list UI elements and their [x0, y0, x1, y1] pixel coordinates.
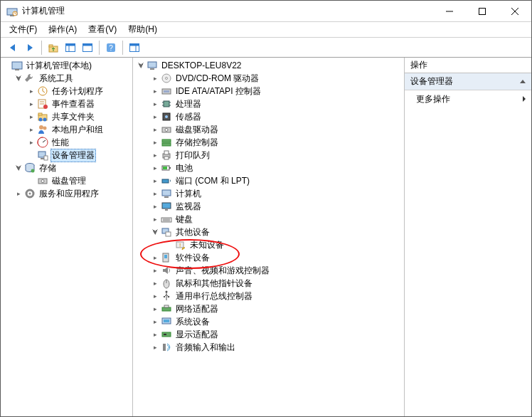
svg-rect-19	[12, 62, 22, 69]
back-button[interactable]	[5, 40, 21, 56]
tree-label: 打印队列	[174, 149, 211, 162]
svg-rect-90	[164, 334, 166, 335]
expand-icon[interactable]: ▸	[150, 304, 160, 314]
device-sensors[interactable]: ▸传感器	[150, 110, 404, 123]
tree-performance[interactable]: ▸性能	[26, 136, 132, 149]
services-icon	[24, 188, 36, 199]
svg-rect-69	[162, 203, 171, 208]
device-unknown[interactable]: ▸!未知设备	[164, 238, 404, 251]
menu-help[interactable]: 帮助(H)	[122, 22, 163, 37]
expand-icon[interactable]: ▸	[26, 112, 36, 122]
device-computers[interactable]: ▸计算机	[150, 187, 404, 200]
collapse-icon[interactable]: ⮟	[14, 73, 23, 83]
device-print-queue[interactable]: ▸打印队列	[150, 149, 404, 162]
device-other-devices[interactable]: ⮟其他设备	[150, 226, 404, 238]
show-hide-tree-button[interactable]	[63, 40, 78, 56]
expand-icon[interactable]: ▸	[26, 99, 36, 109]
expand-icon[interactable]: ▸	[150, 189, 160, 199]
expand-icon[interactable]: ▸	[150, 86, 160, 96]
tree-device-manager[interactable]: ▸设备管理器	[26, 149, 132, 162]
svg-rect-8	[49, 45, 53, 47]
expand-icon[interactable]: ▸	[150, 329, 160, 339]
device-audio-io[interactable]: ▸音频输入和输出	[150, 341, 404, 354]
actions-more[interactable]: 更多操作	[405, 90, 531, 107]
device-system[interactable]: ▸系统设备	[150, 315, 404, 328]
tree-storage[interactable]: ⮟存储	[14, 162, 132, 174]
expand-icon[interactable]: ▸	[150, 150, 160, 160]
menu-file[interactable]: 文件(F)	[4, 22, 43, 37]
disk-icon	[37, 175, 48, 186]
expand-icon[interactable]: ▸	[150, 201, 160, 211]
expand-icon[interactable]: ▸	[26, 86, 36, 96]
device-root[interactable]: ⮟DESKTOP-LEU8V22	[136, 59, 404, 72]
tree-event-viewer[interactable]: ▸事件查看器	[26, 97, 132, 110]
device-storage-ctrl[interactable]: ▸存储控制器	[150, 136, 404, 149]
device-cpu[interactable]: ▸处理器	[150, 97, 404, 110]
menu-action[interactable]: 操作(A)	[43, 22, 83, 37]
menu-view[interactable]: 查看(V)	[83, 22, 122, 37]
wrench-icon	[24, 73, 36, 84]
tree-services-apps[interactable]: ▸服务和应用程序	[14, 187, 132, 200]
actions-section-title[interactable]: 设备管理器	[405, 73, 531, 90]
tree-label: 磁盘驱动器	[174, 123, 220, 137]
expand-icon[interactable]: ▸	[150, 253, 160, 263]
expand-icon[interactable]: ▸	[14, 189, 23, 199]
device-diskdrives[interactable]: ▸磁盘驱动器	[150, 123, 404, 136]
show-hide-action-pane-button[interactable]	[127, 40, 142, 56]
collapse-icon[interactable]: ⮟	[136, 60, 146, 70]
tree-root-local[interactable]: ▸ 计算机管理(本地)	[1, 59, 132, 72]
properties-button[interactable]	[80, 40, 95, 56]
device-ide[interactable]: ▸IDE ATA/ATAPI 控制器	[150, 85, 404, 97]
device-display[interactable]: ▸显示适配器	[150, 328, 404, 341]
device-ports[interactable]: ▸端口 (COM 和 LPT)	[150, 174, 404, 187]
expand-icon[interactable]: ▸	[150, 163, 160, 173]
svg-rect-68	[164, 196, 169, 198]
device-sound[interactable]: ▸声音、视频和游戏控制器	[150, 264, 404, 277]
tree-task-scheduler[interactable]: ▸任务计划程序	[26, 85, 132, 97]
expand-icon[interactable]: ▸	[150, 214, 160, 224]
expand-icon[interactable]: ▸	[150, 317, 160, 327]
expand-icon[interactable]: ▸	[150, 137, 160, 147]
device-mouse[interactable]: ▸鼠标和其他指针设备	[150, 277, 404, 290]
actions-section-label: 设备管理器	[410, 75, 453, 88]
tree-shared-folders[interactable]: ▸共享文件夹	[26, 110, 132, 123]
tree-label: 系统设备	[174, 315, 211, 329]
tree-label: 键盘	[174, 213, 194, 226]
expand-icon[interactable]: ▸	[26, 137, 36, 147]
expand-icon[interactable]: ▸	[150, 278, 160, 288]
expand-icon[interactable]: ▸	[150, 73, 160, 83]
device-dvd[interactable]: ▸DVD/CD-ROM 驱动器	[150, 72, 404, 85]
collapse-icon[interactable]: ⮟	[150, 227, 160, 237]
device-network[interactable]: ▸网络适配器	[150, 302, 404, 315]
expand-icon[interactable]: ▸	[26, 125, 36, 134]
expand-icon[interactable]: ▸	[150, 112, 160, 122]
device-keyboards[interactable]: ▸键盘	[150, 213, 404, 226]
maximize-button[interactable]	[466, 1, 499, 21]
device-software[interactable]: ▸软件设备	[150, 251, 404, 264]
forward-button[interactable]	[22, 40, 38, 56]
minimize-button[interactable]	[433, 1, 466, 21]
close-button[interactable]	[499, 1, 531, 21]
expand-icon[interactable]: ▸	[150, 99, 160, 109]
svg-rect-4	[479, 8, 486, 14]
expand-icon[interactable]: ▸	[150, 265, 160, 275]
tree-system-tools[interactable]: ⮟ 系统工具	[14, 72, 132, 85]
help-button[interactable]: ?	[103, 40, 119, 56]
device-usb[interactable]: ▸通用串行总线控制器	[150, 290, 404, 302]
expand-icon[interactable]: ▸	[150, 342, 160, 352]
collapse-icon[interactable]: ⮟	[14, 163, 23, 173]
expand-icon[interactable]: ▸	[150, 176, 160, 186]
device-battery[interactable]: ▸电池	[150, 162, 404, 174]
cpu-icon	[161, 98, 172, 110]
device-monitors[interactable]: ▸监视器	[150, 200, 404, 213]
tree-disk-mgmt[interactable]: ▸磁盘管理	[26, 174, 132, 187]
expand-icon[interactable]: ▸	[150, 291, 160, 301]
expand-icon[interactable]: ▸	[150, 125, 160, 134]
tree-local-users[interactable]: ▸本地用户和组	[26, 123, 132, 136]
up-folder-button[interactable]	[46, 40, 61, 56]
svg-rect-91	[163, 344, 166, 351]
svg-rect-86	[164, 305, 169, 307]
device-tree-pane[interactable]: ⮟DESKTOP-LEU8V22 ▸DVD/CD-ROM 驱动器 ▸IDE AT…	[133, 58, 405, 416]
tree-label: 任务计划程序	[50, 85, 105, 98]
console-tree-pane[interactable]: ▸ 计算机管理(本地) ⮟ 系统工具 ▸任务计划程序 ▸事件查看器 ▸共享文件夹…	[1, 58, 133, 416]
